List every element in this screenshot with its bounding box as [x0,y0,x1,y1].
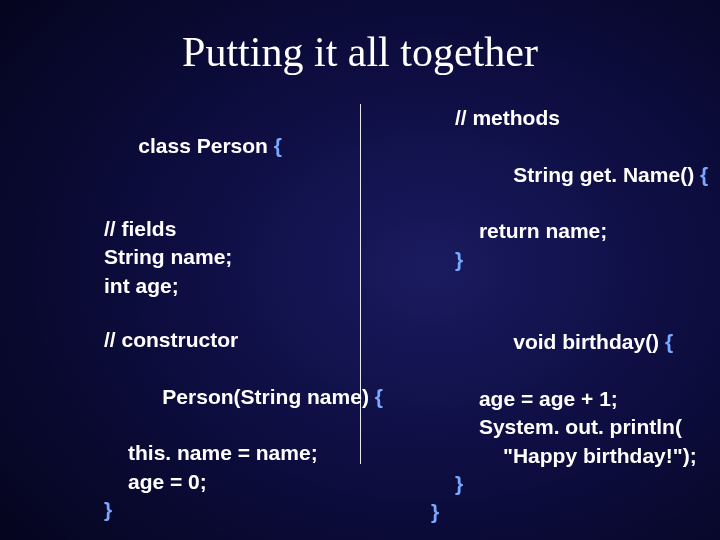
close-brace: } [431,470,708,498]
right-column: // methods String get. Name() { return n… [403,104,708,540]
ctor-body-line: age = 0; [80,468,383,496]
getname-block: // methods String get. Name() { return n… [431,104,708,274]
field-name-line: String name; [80,243,383,271]
getname-body: return name; [431,217,708,245]
birthday-body-line: System. out. println( [431,413,708,441]
open-brace: { [665,330,673,353]
class-declaration: class Person { [80,104,383,189]
fields-comment: // fields [80,215,383,243]
birthday-sig: void birthday() { [431,300,708,385]
constructor-block: // constructor Person(String name) { thi… [80,326,383,524]
birthday-body-line: age = age + 1; [431,385,708,413]
constructor-sig: Person(String name) { [80,354,383,439]
ctor-body-line: this. name = name; [80,439,383,467]
content-area: class Person { // fields String name; in… [0,104,720,540]
slide: Putting it all together class Person { /… [0,0,720,540]
birthday-block: void birthday() { age = age + 1; System.… [431,300,708,527]
methods-comment: // methods [431,104,708,132]
class-close-brace: } [431,498,708,526]
field-age-line: int age; [80,272,383,300]
left-column: class Person { // fields String name; in… [80,104,403,540]
birthday-body-line: "Happy birthday!"); [431,442,708,470]
open-brace: { [274,134,282,157]
column-divider [360,104,361,464]
fields-block: // fields String name; int age; [80,215,383,300]
slide-title: Putting it all together [0,0,720,76]
getname-sig-text: String get. Name() [513,163,700,186]
open-brace: { [700,163,708,186]
constructor-comment: // constructor [80,326,383,354]
code-line: class Person { [80,104,383,189]
birthday-sig-text: void birthday() [513,330,665,353]
getname-sig: String get. Name() { [431,132,708,217]
ctor-sig-text: Person(String name) [162,385,374,408]
open-brace: { [375,385,383,408]
close-brace: } [80,496,383,524]
class-decl-text: class Person [138,134,273,157]
close-brace: } [431,246,708,274]
